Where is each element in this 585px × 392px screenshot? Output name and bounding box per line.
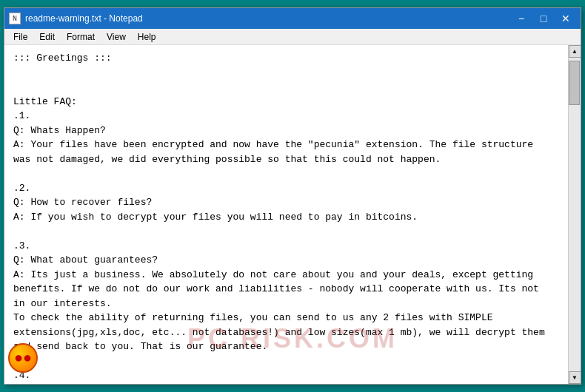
window-controls: − □ ✕: [511, 11, 576, 26]
menu-bar: File Edit Format View Help: [4, 29, 581, 45]
menu-help[interactable]: Help: [132, 30, 162, 44]
notepad-window: N readme-warning.txt - Notepad − □ ✕ Fil…: [4, 7, 581, 385]
scroll-track[interactable]: [569, 58, 581, 371]
maximize-button[interactable]: □: [533, 11, 554, 26]
menu-format[interactable]: Format: [61, 30, 101, 44]
scrollbar[interactable]: ▲ ▼: [568, 45, 581, 384]
scroll-up-button[interactable]: ▲: [569, 45, 581, 58]
menu-file[interactable]: File: [7, 30, 33, 44]
text-editor[interactable]: [4, 45, 568, 384]
window-title: readme-warning.txt - Notepad: [25, 13, 511, 24]
app-icon: N: [9, 13, 21, 24]
menu-view[interactable]: View: [101, 30, 132, 44]
scroll-thumb[interactable]: [569, 61, 580, 105]
content-wrapper: ▲ ▼ PC RISK.COM ●●: [4, 45, 581, 384]
scroll-down-button[interactable]: ▼: [569, 371, 581, 384]
title-bar: N readme-warning.txt - Notepad − □ ✕: [4, 8, 581, 29]
minimize-button[interactable]: −: [511, 11, 532, 26]
close-button[interactable]: ✕: [555, 11, 576, 26]
menu-edit[interactable]: Edit: [33, 30, 61, 44]
